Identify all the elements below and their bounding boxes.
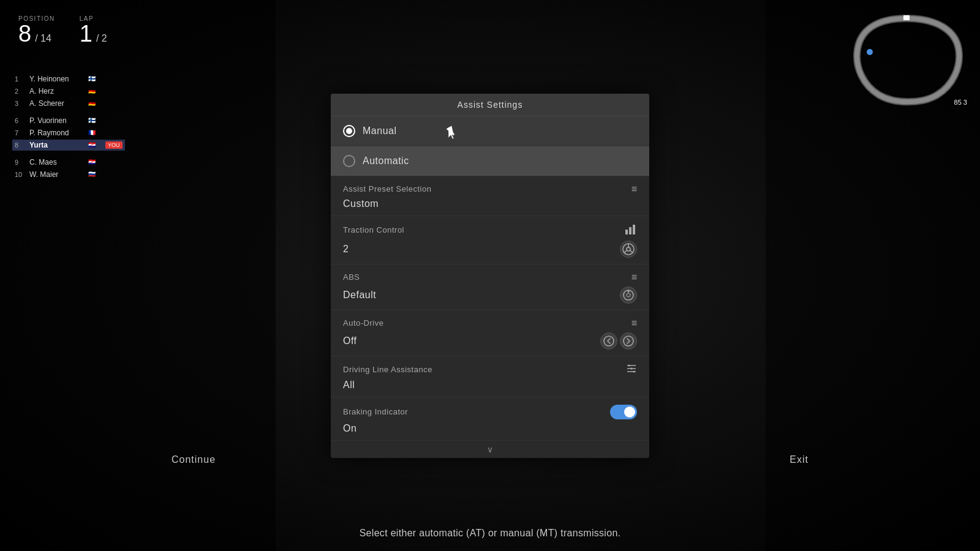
driving-line-label: Driving Line Assistance	[343, 365, 432, 374]
svg-point-16	[628, 364, 630, 366]
svg-point-20	[633, 370, 635, 372]
abs-value: Default	[343, 290, 376, 301]
scroll-indicator[interactable]: ∨	[331, 441, 649, 458]
automatic-option[interactable]: Automatic	[331, 146, 649, 176]
assist-preset-value: Custom	[343, 198, 379, 209]
svg-point-11	[627, 293, 630, 297]
modal-overlay: Assist Settings Manual Automatic Assist …	[0, 0, 980, 551]
svg-rect-4	[633, 225, 635, 234]
traction-control-label: Traction Control	[343, 225, 404, 234]
traction-control-value: 2	[343, 244, 349, 255]
auto-drive-icon: ≡	[631, 318, 637, 329]
modal-title: Assist Settings	[331, 94, 649, 116]
auto-drive-controls	[600, 332, 637, 350]
auto-drive-section[interactable]: Auto-Drive ≡ Off	[331, 310, 649, 356]
traction-control-controls	[620, 241, 637, 258]
svg-point-14	[624, 336, 633, 346]
traction-control-section[interactable]: Traction Control 2	[331, 216, 649, 264]
svg-point-18	[631, 367, 633, 369]
abs-ctrl-btn[interactable]	[620, 287, 637, 304]
svg-point-13	[604, 336, 614, 346]
auto-drive-value: Off	[343, 335, 357, 347]
svg-rect-2	[625, 230, 628, 234]
driving-line-icon	[626, 364, 637, 376]
manual-label: Manual	[363, 126, 396, 137]
braking-indicator-value: On	[343, 423, 356, 433]
traction-decrease-btn[interactable]	[620, 241, 637, 258]
bottom-instruction: Select either automatic (AT) or manual (…	[0, 528, 980, 539]
auto-drive-left-btn[interactable]	[600, 332, 617, 350]
svg-line-8	[624, 250, 627, 253]
automatic-radio[interactable]	[343, 155, 355, 167]
automatic-label: Automatic	[363, 156, 409, 167]
assist-preset-label: Assist Preset Selection	[343, 184, 431, 193]
svg-line-9	[630, 250, 633, 253]
driving-line-value: All	[343, 380, 355, 390]
braking-indicator-section[interactable]: Braking Indicator On	[331, 397, 649, 441]
bars-icon	[625, 223, 637, 237]
svg-rect-3	[629, 227, 631, 234]
abs-section[interactable]: ABS ≡ Default	[331, 264, 649, 310]
assist-preset-section[interactable]: Assist Preset Selection ≡ Custom	[331, 176, 649, 216]
driving-line-section[interactable]: Driving Line Assistance All	[331, 356, 649, 397]
manual-radio[interactable]	[343, 125, 355, 137]
assist-settings-modal: Assist Settings Manual Automatic Assist …	[331, 94, 649, 458]
svg-point-6	[627, 247, 630, 251]
braking-indicator-toggle[interactable]	[610, 405, 637, 419]
auto-drive-right-btn[interactable]	[620, 332, 637, 350]
list-icon: ≡	[631, 184, 637, 195]
abs-label: ABS	[343, 272, 360, 282]
abs-icon: ≡	[631, 272, 637, 283]
braking-indicator-label: Braking Indicator	[343, 407, 408, 416]
auto-drive-label: Auto-Drive	[343, 318, 383, 328]
svg-point-12	[628, 290, 630, 292]
manual-option[interactable]: Manual	[331, 116, 649, 146]
